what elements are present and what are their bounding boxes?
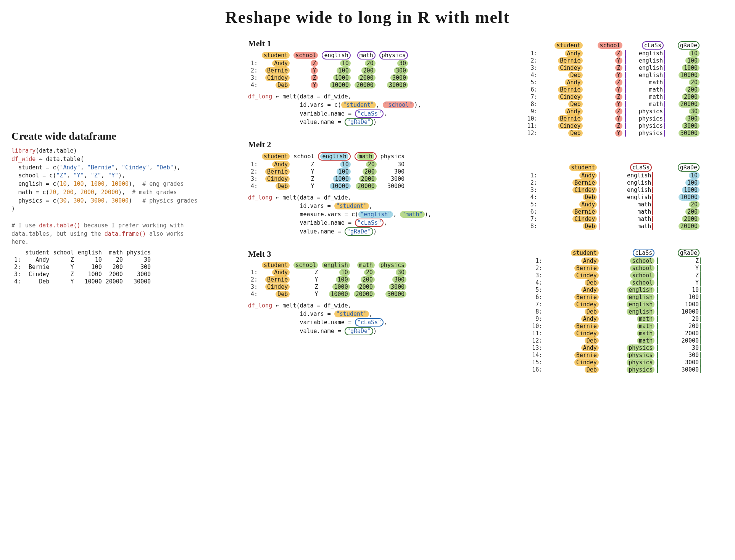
layout-grid: Create wide dataframe library(data.table… <box>11 39 724 373</box>
melt3-heading: Melt 3 <box>248 249 496 259</box>
melt2-heading: Melt 2 <box>248 140 496 150</box>
kw-library: library <box>11 147 35 154</box>
var-df-wide: df_wide <box>11 156 35 163</box>
wide-output-table: studentschoolenglishmathphysics 1:AndyZ1… <box>11 249 153 285</box>
col-school: school <box>18 172 39 179</box>
create-heading: Create wide dataframe <box>11 130 225 142</box>
melt1-wide-table: studentschoolenglishmathphysics1:AndyZ10… <box>248 51 411 89</box>
col-create: Create wide dataframe library(data.table… <box>11 39 225 285</box>
melt1-code: df_long ← melt(data = df_wide, id.vars =… <box>248 93 496 127</box>
col-physics: physics <box>18 197 42 204</box>
page-title: Reshape wide to long in R with melt <box>11 8 724 27</box>
result3-table: studentcLaSsgRaDe1:AndyschoolZ2:Berniesc… <box>519 248 702 373</box>
melt3-code: df_long ← melt(data = df_wide, id.vars =… <box>248 302 496 336</box>
col-results: studentschoolcLaSsgRaDe1:AndyZenglish102… <box>519 39 702 373</box>
melt2-wide-table: studentschoolenglishmathphysics1:AndyZ10… <box>248 152 407 190</box>
melt3-wide-table: studentschoolenglishmathphysics1:AndyZ10… <box>248 261 409 298</box>
melt3-block: Melt 3 studentschoolenglishmathphysics1:… <box>248 249 496 336</box>
melt1-heading: Melt 1 <box>248 39 496 48</box>
create-code: library(data.table) df_wide ← data.table… <box>11 147 225 246</box>
col-melts: Melt 1 studentschoolenglishmathphysics1:… <box>248 39 496 336</box>
lib-arg: data.table <box>39 147 73 154</box>
melt2-block: Melt 2 studentschoolenglishmathphysics1:… <box>248 140 496 236</box>
col-math: math <box>18 189 32 196</box>
result2-table: studentcLaSsgRaDe1:Andyenglish102:Bernie… <box>519 163 702 230</box>
melt2-code: df_long ← melt(data = df_wide, id.vars =… <box>248 194 496 236</box>
fn-datatable: data.table <box>46 156 80 163</box>
melt1-block: Melt 1 studentschoolenglishmathphysics1:… <box>248 39 496 127</box>
result1-table: studentschoolcLaSsgRaDe1:AndyZenglish102… <box>519 41 702 137</box>
col-english: english <box>18 180 42 187</box>
col-student: student <box>18 164 42 171</box>
